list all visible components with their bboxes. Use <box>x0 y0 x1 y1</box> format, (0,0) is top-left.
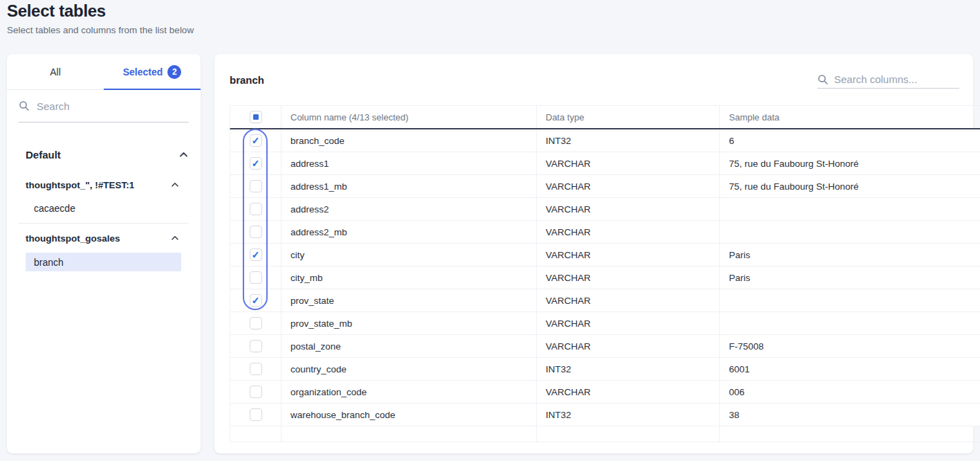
column-name-cell: address1_mb <box>281 175 537 197</box>
row-checkbox-cell <box>230 198 281 220</box>
tree-node-default[interactable]: Default <box>26 144 188 165</box>
row-checkbox[interactable] <box>250 226 262 238</box>
sample-data-cell: 75, rue du Faubourg St-Honoré <box>720 175 980 197</box>
row-checkbox[interactable] <box>250 271 262 284</box>
row-checkbox-cell: ✓ <box>230 152 281 174</box>
table-row[interactable]: warehouse_branch_codeINT3238 <box>230 404 980 426</box>
row-checkbox[interactable] <box>250 386 262 398</box>
select-all-checkbox[interactable] <box>250 111 262 123</box>
row-checkbox-cell <box>230 221 281 243</box>
row-checkbox-cell <box>230 312 281 334</box>
data-type-cell: VARCHAR <box>537 335 720 357</box>
columns-table: Column name (4/13 selected) Data type Sa… <box>230 105 980 442</box>
search-columns-placeholder: Search columns... <box>834 73 917 85</box>
table-body: ✓branch_codeINT326✓address1VARCHAR75, ru… <box>230 129 980 426</box>
data-type-cell: INT32 <box>537 129 720 152</box>
column-name-cell: country_code <box>281 358 537 380</box>
sample-data-cell: 006 <box>720 381 980 403</box>
row-checkbox[interactable] <box>250 203 262 215</box>
table-row[interactable]: prov_state_mbVARCHAR <box>230 312 980 335</box>
data-type-cell: VARCHAR <box>537 312 720 334</box>
sidebar-search-placeholder: Search <box>37 100 70 112</box>
row-checkbox[interactable]: ✓ <box>250 248 262 261</box>
tree-node-thoughtspot-gosales[interactable]: thoughtspot_gosales <box>26 228 179 248</box>
table-row[interactable]: address1_mbVARCHAR75, rue du Faubourg St… <box>230 175 980 198</box>
sample-data-cell: Paris <box>720 244 980 266</box>
chevron-up-icon[interactable] <box>171 235 179 241</box>
row-checkbox[interactable] <box>250 408 262 421</box>
chevron-up-icon[interactable] <box>171 182 179 188</box>
table-row[interactable]: postal_zoneVARCHARF-75008 <box>230 335 980 358</box>
sample-data-cell: Paris <box>720 266 980 289</box>
table-header-row: Column name (4/13 selected) Data type Sa… <box>230 105 980 129</box>
data-type-cell: VARCHAR <box>537 266 720 289</box>
sample-data-cell: 38 <box>720 404 980 426</box>
header-sample-data: Sample data <box>720 106 980 128</box>
row-checkbox[interactable] <box>250 180 262 192</box>
row-checkbox[interactable]: ✓ <box>250 294 262 307</box>
sample-data-cell <box>720 289 980 311</box>
sidebar-tabs: All Selected 2 <box>7 54 201 90</box>
row-checkbox[interactable]: ✓ <box>250 157 262 170</box>
row-checkbox[interactable]: ✓ <box>250 134 262 147</box>
tab-selected-label: Selected <box>123 66 163 78</box>
data-type-cell: VARCHAR <box>537 221 720 243</box>
search-columns-input[interactable]: Search columns... <box>817 71 959 89</box>
column-name-cell: city_mb <box>281 266 537 289</box>
columns-panel: branch Search columns... Column name (4/… <box>214 54 973 453</box>
tree-node-thoughtspot-test-label: thoughtspot_", !#TEST:1 <box>26 180 134 190</box>
selected-count-badge: 2 <box>167 65 181 79</box>
tree-leaf-cacaecde[interactable]: cacaecde <box>34 198 179 219</box>
data-type-cell: VARCHAR <box>537 244 720 266</box>
header-column-name: Column name (4/13 selected) <box>281 106 537 128</box>
sample-data-cell: 6 <box>720 129 980 152</box>
data-type-cell: VARCHAR <box>537 175 720 197</box>
table-row[interactable]: city_mbVARCHARParis <box>230 266 980 289</box>
data-type-cell: INT32 <box>537 404 720 426</box>
table-row[interactable]: ✓address1VARCHAR75, rue du Faubourg St-H… <box>230 152 980 175</box>
row-checkbox-cell: ✓ <box>230 244 281 266</box>
table-row[interactable]: organization_codeVARCHAR006 <box>230 381 980 404</box>
row-checkbox-cell <box>230 266 281 289</box>
chevron-up-icon[interactable] <box>179 152 188 158</box>
row-checkbox-cell: ✓ <box>230 289 281 311</box>
table-row[interactable]: ✓prov_stateVARCHAR <box>230 289 980 312</box>
header-data-type: Data type <box>537 106 720 128</box>
tab-all[interactable]: All <box>7 54 104 89</box>
row-checkbox[interactable] <box>250 363 262 375</box>
page-title: Select tables <box>7 1 194 21</box>
tree-node-thoughtspot-test[interactable]: thoughtspot_", !#TEST:1 <box>26 174 179 195</box>
column-name-cell: prov_state <box>281 289 537 311</box>
page-subtitle: Select tables and columns from the list … <box>7 25 194 35</box>
sidebar-search-input[interactable]: Search <box>19 90 189 123</box>
row-checkbox-cell <box>230 404 281 426</box>
table-title: branch <box>230 74 264 86</box>
column-name-cell: organization_code <box>281 381 537 403</box>
tables-sidebar: All Selected 2 Search Default thoughtspo… <box>7 54 201 453</box>
row-checkbox[interactable] <box>250 340 262 352</box>
table-row[interactable]: address2VARCHAR <box>230 198 980 221</box>
table-row[interactable]: country_codeINT326001 <box>230 358 980 381</box>
table-row[interactable]: address2_mbVARCHAR <box>230 221 980 244</box>
tab-selected[interactable]: Selected 2 <box>104 54 201 89</box>
page-header: Select tables Select tables and columns … <box>7 1 194 35</box>
column-name-cell: warehouse_branch_code <box>281 404 537 426</box>
data-type-cell: VARCHAR <box>537 381 720 403</box>
table-row[interactable]: ✓cityVARCHARParis <box>230 244 980 266</box>
row-checkbox[interactable] <box>250 317 262 329</box>
select-all-cell <box>230 106 281 128</box>
sample-data-cell <box>720 221 980 243</box>
sample-data-cell: 75, rue du Faubourg St-Honoré <box>720 152 980 174</box>
tree-leaf-branch-label: branch <box>34 257 64 268</box>
column-name-cell: postal_zone <box>281 335 537 357</box>
search-icon <box>817 74 829 85</box>
table-row[interactable]: ✓branch_codeINT326 <box>230 129 980 152</box>
tree-node-thoughtspot-gosales-label: thoughtspot_gosales <box>26 233 120 244</box>
data-type-cell: VARCHAR <box>537 289 720 311</box>
column-name-cell: address2 <box>281 198 537 220</box>
search-icon <box>19 100 30 111</box>
sample-data-cell: 6001 <box>720 358 980 380</box>
tree-leaf-branch-selected[interactable]: branch <box>26 253 181 271</box>
tab-all-label: All <box>50 66 61 78</box>
row-checkbox-cell: ✓ <box>230 129 281 152</box>
